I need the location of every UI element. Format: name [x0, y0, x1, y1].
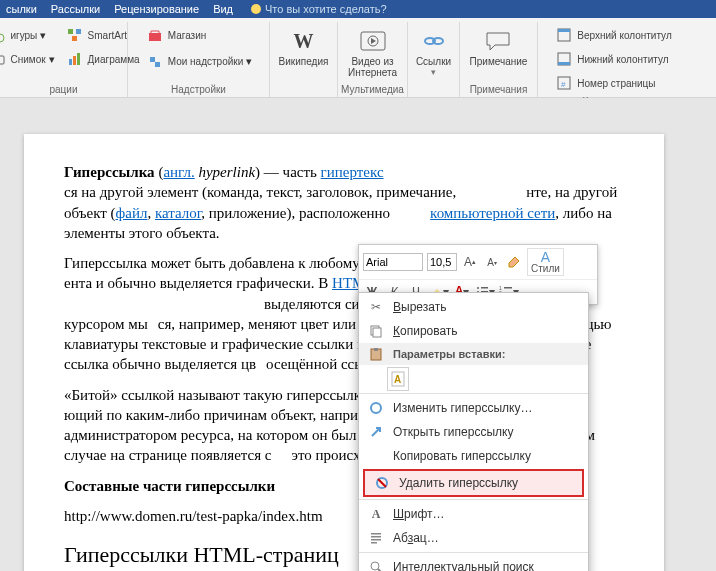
page-number-button[interactable]: #Номер страницы [552, 72, 657, 94]
svg-point-43 [371, 562, 379, 570]
addins-icon [145, 51, 165, 71]
my-addins-button[interactable]: Мои надстройки ▾ [143, 50, 255, 72]
svg-rect-31 [373, 328, 381, 337]
group-label-addins: Надстройки [171, 84, 226, 95]
svg-rect-17 [558, 62, 570, 65]
header-icon [554, 25, 574, 45]
chart-icon [65, 49, 85, 69]
svg-rect-6 [72, 36, 77, 41]
pagenum-icon: # [554, 73, 574, 93]
link-computer-network[interactable]: компьютерной сети [430, 205, 555, 221]
tab-prev-cut[interactable]: сылки [6, 3, 37, 15]
shapes-button[interactable]: игуры ▾ [0, 24, 57, 46]
open-link-icon [365, 423, 387, 441]
link-catalog[interactable]: каталог [155, 205, 201, 221]
svg-rect-41 [371, 539, 381, 541]
camera-icon [0, 49, 7, 69]
font-dialog-icon: A [365, 505, 387, 523]
cm-smart-lookup[interactable]: Интеллектуальный поиск [359, 555, 588, 571]
shrink-font-icon[interactable]: A▾ [483, 253, 501, 271]
footer-icon [554, 49, 574, 69]
svg-text:A: A [394, 374, 401, 385]
link-hypertext[interactable]: гипертекс [321, 164, 384, 180]
svg-rect-33 [374, 348, 378, 351]
paste-option-keep-text[interactable]: A [387, 367, 409, 391]
svg-rect-8 [73, 56, 76, 65]
svg-rect-15 [558, 29, 570, 32]
links-button[interactable]: Ссылки ▾ [414, 24, 453, 79]
paste-icon [365, 345, 387, 363]
smartart-icon [65, 25, 85, 45]
group-label-media: Мультимедиа [341, 84, 404, 95]
document-area: Гиперссылка (англ. hyperlink) — часть ги… [0, 98, 716, 571]
cm-copy[interactable]: Копировать [359, 319, 588, 343]
link-engl[interactable]: англ. [163, 164, 194, 180]
cm-font[interactable]: AШрифт… [359, 502, 588, 526]
smart-lookup-icon [365, 558, 387, 571]
cm-open-link[interactable]: Открыть гиперссылку [359, 420, 588, 444]
store-button[interactable]: Магазин [143, 24, 209, 46]
title-bar: сылки Рассылки Рецензирование Вид Что вы… [0, 0, 716, 18]
svg-point-36 [371, 403, 381, 413]
tab-mailings[interactable]: Рассылки [51, 3, 100, 15]
comment-icon [483, 26, 513, 56]
link-icon [419, 26, 449, 56]
online-video-button[interactable]: Видео из Интернета [346, 24, 399, 80]
grow-font-icon[interactable]: A▴ [461, 253, 479, 271]
ribbon: игуры ▾ Снимок ▾ SmartArt Диаграмма раци… [0, 18, 716, 98]
wikipedia-button[interactable]: W Википедия [277, 24, 331, 69]
cm-cut[interactable]: ✂ВВырезатьырезать [359, 295, 588, 319]
cm-remove-link[interactable]: Удалить гиперссылку [363, 469, 584, 497]
cut-icon: ✂ [365, 298, 387, 316]
styles-dropdown[interactable]: AСтили [527, 248, 564, 276]
svg-point-1 [0, 34, 4, 42]
tell-me-text: Что вы хотите сделать? [265, 3, 387, 15]
svg-rect-9 [77, 53, 80, 65]
cm-paste-header: Параметры вставки: [359, 343, 588, 365]
cm-copy-link[interactable]: Копировать гиперссылку [359, 444, 588, 468]
footer-button[interactable]: Нижний колонтитул [552, 48, 670, 70]
cm-edit-link[interactable]: Изменить гиперссылку… [359, 396, 588, 420]
svg-rect-42 [371, 542, 377, 544]
paragraph-1: Гиперссылка (англ. hyperlink) — часть ги… [64, 162, 624, 243]
svg-line-38 [378, 479, 386, 487]
context-menu: ✂ВВырезатьырезать Копировать Параметры в… [358, 292, 589, 571]
paragraph-dialog-icon [365, 529, 387, 547]
svg-rect-21 [481, 287, 488, 289]
group-label-comments: Примечания [470, 84, 528, 95]
screenshot-button[interactable]: Снимок ▾ [0, 48, 57, 70]
svg-rect-4 [68, 29, 73, 34]
link-file[interactable]: файл [116, 205, 148, 221]
tell-me-search[interactable]: Что вы хотите сделать? [251, 3, 387, 15]
svg-rect-40 [371, 536, 381, 538]
cm-paragraph[interactable]: Абзац… [359, 526, 588, 550]
svg-rect-27 [504, 287, 512, 289]
store-icon [145, 25, 165, 45]
svg-rect-7 [69, 59, 72, 65]
svg-point-20 [477, 287, 479, 289]
svg-rect-39 [371, 533, 381, 535]
shapes-icon [0, 25, 7, 45]
bulb-icon [251, 4, 261, 14]
comment-button[interactable]: Примечание [468, 24, 530, 69]
svg-text:#: # [561, 80, 566, 89]
copy-icon [365, 322, 387, 340]
remove-link-icon [371, 474, 393, 492]
tab-review[interactable]: Рецензирование [114, 3, 199, 15]
edit-link-icon [365, 399, 387, 417]
header-button[interactable]: Верхний колонтитул [552, 24, 674, 46]
tab-view[interactable]: Вид [213, 3, 233, 15]
wikipedia-icon: W [289, 26, 319, 56]
group-label-illustrations: рации [49, 84, 77, 95]
font-size-box[interactable] [427, 253, 457, 271]
font-name-box[interactable] [363, 253, 423, 271]
video-icon [358, 26, 388, 56]
svg-rect-5 [76, 29, 81, 34]
svg-rect-2 [0, 56, 4, 64]
format-painter-icon[interactable] [505, 253, 523, 271]
